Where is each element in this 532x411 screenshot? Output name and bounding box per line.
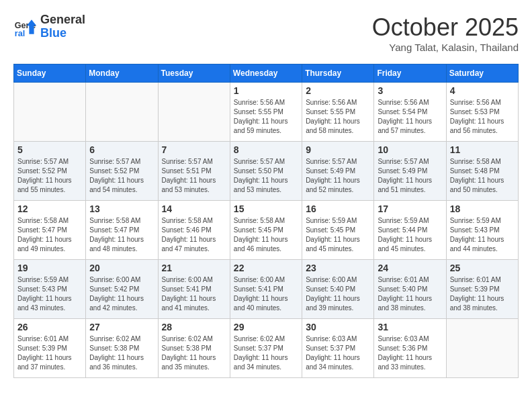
day-info: Sunrise: 6:00 AM Sunset: 5:40 PM Dayligh…	[306, 275, 370, 313]
calendar-day: 16Sunrise: 5:59 AM Sunset: 5:45 PM Dayli…	[302, 201, 374, 260]
day-info: Sunrise: 5:57 AM Sunset: 5:51 PM Dayligh…	[162, 157, 226, 195]
day-number: 18	[450, 203, 515, 214]
day-number: 9	[306, 144, 370, 155]
day-number: 6	[89, 144, 154, 155]
calendar-week-row: 1Sunrise: 5:56 AM Sunset: 5:55 PM Daylig…	[14, 83, 519, 142]
weekday-header: Saturday	[446, 64, 518, 83]
day-info: Sunrise: 5:58 AM Sunset: 5:48 PM Dayligh…	[450, 157, 515, 195]
day-number: 31	[378, 322, 442, 332]
weekday-header: Sunday	[14, 64, 86, 83]
day-info: Sunrise: 5:56 AM Sunset: 5:53 PM Dayligh…	[450, 98, 515, 136]
day-number: 2	[306, 85, 370, 96]
calendar-day: 5Sunrise: 5:57 AM Sunset: 5:52 PM Daylig…	[14, 142, 86, 201]
month-title: October 2025	[372, 13, 519, 42]
day-info: Sunrise: 5:57 AM Sunset: 5:49 PM Dayligh…	[378, 157, 442, 195]
calendar-day: 26Sunrise: 6:01 AM Sunset: 5:39 PM Dayli…	[14, 319, 86, 378]
day-info: Sunrise: 6:02 AM Sunset: 5:37 PM Dayligh…	[234, 334, 298, 372]
day-number: 23	[306, 263, 370, 273]
logo-line1: General	[40, 13, 85, 27]
svg-text:ral: ral	[15, 28, 25, 38]
day-info: Sunrise: 5:59 AM Sunset: 5:43 PM Dayligh…	[450, 216, 515, 254]
calendar-day: 29Sunrise: 6:02 AM Sunset: 5:37 PM Dayli…	[230, 319, 302, 378]
day-number: 11	[450, 144, 515, 155]
calendar-day: 6Sunrise: 5:57 AM Sunset: 5:52 PM Daylig…	[86, 142, 158, 201]
day-info: Sunrise: 5:57 AM Sunset: 5:49 PM Dayligh…	[306, 157, 370, 195]
calendar-day: 11Sunrise: 5:58 AM Sunset: 5:48 PM Dayli…	[446, 142, 518, 201]
day-number: 22	[234, 263, 298, 273]
day-info: Sunrise: 5:58 AM Sunset: 5:46 PM Dayligh…	[162, 216, 226, 254]
day-number: 8	[234, 144, 298, 155]
calendar-day: 18Sunrise: 5:59 AM Sunset: 5:43 PM Dayli…	[446, 201, 518, 260]
calendar-day: 20Sunrise: 6:00 AM Sunset: 5:42 PM Dayli…	[86, 260, 158, 319]
day-info: Sunrise: 5:57 AM Sunset: 5:50 PM Dayligh…	[234, 157, 298, 195]
title-area: October 2025 Yang Talat, Kalasin, Thaila…	[372, 13, 519, 53]
day-number: 29	[234, 322, 298, 332]
day-info: Sunrise: 6:01 AM Sunset: 5:39 PM Dayligh…	[450, 275, 515, 313]
calendar-day: 14Sunrise: 5:58 AM Sunset: 5:46 PM Dayli…	[158, 201, 230, 260]
day-info: Sunrise: 5:58 AM Sunset: 5:47 PM Dayligh…	[17, 216, 82, 254]
calendar-day: 7Sunrise: 5:57 AM Sunset: 5:51 PM Daylig…	[158, 142, 230, 201]
calendar-day: 13Sunrise: 5:58 AM Sunset: 5:47 PM Dayli…	[86, 201, 158, 260]
calendar-day: 31Sunrise: 6:03 AM Sunset: 5:36 PM Dayli…	[374, 319, 446, 378]
calendar-day: 24Sunrise: 6:01 AM Sunset: 5:40 PM Dayli…	[374, 260, 446, 319]
calendar-day	[158, 83, 230, 142]
calendar-day: 4Sunrise: 5:56 AM Sunset: 5:53 PM Daylig…	[446, 83, 518, 142]
calendar-day: 1Sunrise: 5:56 AM Sunset: 5:55 PM Daylig…	[230, 83, 302, 142]
weekday-header: Tuesday	[158, 64, 230, 83]
day-number: 16	[306, 203, 370, 214]
weekday-header: Wednesday	[230, 64, 302, 83]
calendar-week-row: 12Sunrise: 5:58 AM Sunset: 5:47 PM Dayli…	[14, 201, 519, 260]
day-info: Sunrise: 6:02 AM Sunset: 5:38 PM Dayligh…	[162, 334, 226, 372]
day-number: 5	[17, 144, 82, 155]
day-info: Sunrise: 6:02 AM Sunset: 5:38 PM Dayligh…	[89, 334, 154, 372]
calendar-day: 15Sunrise: 5:58 AM Sunset: 5:45 PM Dayli…	[230, 201, 302, 260]
day-info: Sunrise: 6:01 AM Sunset: 5:40 PM Dayligh…	[378, 275, 442, 313]
calendar-day	[86, 83, 158, 142]
logo: Gene ral General Blue	[13, 13, 85, 40]
day-info: Sunrise: 5:59 AM Sunset: 5:44 PM Dayligh…	[378, 216, 442, 254]
day-number: 14	[162, 203, 226, 214]
logo-line2: Blue	[40, 27, 85, 40]
calendar-day: 30Sunrise: 6:03 AM Sunset: 5:37 PM Dayli…	[302, 319, 374, 378]
day-info: Sunrise: 5:58 AM Sunset: 5:45 PM Dayligh…	[234, 216, 298, 254]
calendar-day: 8Sunrise: 5:57 AM Sunset: 5:50 PM Daylig…	[230, 142, 302, 201]
weekday-header: Friday	[374, 64, 446, 83]
day-info: Sunrise: 5:56 AM Sunset: 5:55 PM Dayligh…	[234, 98, 298, 136]
calendar-day	[446, 319, 518, 378]
day-number: 25	[450, 263, 515, 273]
day-info: Sunrise: 5:56 AM Sunset: 5:54 PM Dayligh…	[378, 98, 442, 136]
weekday-header: Thursday	[302, 64, 374, 83]
weekday-header: Monday	[86, 64, 158, 83]
day-number: 27	[89, 322, 154, 332]
day-info: Sunrise: 6:01 AM Sunset: 5:39 PM Dayligh…	[17, 334, 82, 372]
day-number: 19	[17, 263, 82, 273]
day-number: 4	[450, 85, 515, 96]
location: Yang Talat, Kalasin, Thailand	[372, 42, 519, 53]
calendar-day: 9Sunrise: 5:57 AM Sunset: 5:49 PM Daylig…	[302, 142, 374, 201]
day-number: 3	[378, 85, 442, 96]
day-number: 20	[89, 263, 154, 273]
day-info: Sunrise: 6:03 AM Sunset: 5:36 PM Dayligh…	[378, 334, 442, 372]
calendar-day: 3Sunrise: 5:56 AM Sunset: 5:54 PM Daylig…	[374, 83, 446, 142]
day-number: 26	[17, 322, 82, 332]
calendar-day: 21Sunrise: 6:00 AM Sunset: 5:41 PM Dayli…	[158, 260, 230, 319]
day-info: Sunrise: 5:59 AM Sunset: 5:43 PM Dayligh…	[17, 275, 82, 313]
day-number: 10	[378, 144, 442, 155]
day-number: 17	[378, 203, 442, 214]
calendar-day: 28Sunrise: 6:02 AM Sunset: 5:38 PM Dayli…	[158, 319, 230, 378]
calendar-day: 2Sunrise: 5:56 AM Sunset: 5:55 PM Daylig…	[302, 83, 374, 142]
day-number: 24	[378, 263, 442, 273]
calendar-header-row: SundayMondayTuesdayWednesdayThursdayFrid…	[14, 64, 519, 83]
day-number: 7	[162, 144, 226, 155]
day-number: 12	[17, 203, 82, 214]
calendar-day: 22Sunrise: 6:00 AM Sunset: 5:41 PM Dayli…	[230, 260, 302, 319]
day-info: Sunrise: 5:58 AM Sunset: 5:47 PM Dayligh…	[89, 216, 154, 254]
calendar-week-row: 19Sunrise: 5:59 AM Sunset: 5:43 PM Dayli…	[14, 260, 519, 319]
day-info: Sunrise: 5:57 AM Sunset: 5:52 PM Dayligh…	[17, 157, 82, 195]
day-info: Sunrise: 5:59 AM Sunset: 5:45 PM Dayligh…	[306, 216, 370, 254]
calendar-day: 27Sunrise: 6:02 AM Sunset: 5:38 PM Dayli…	[86, 319, 158, 378]
calendar-day: 25Sunrise: 6:01 AM Sunset: 5:39 PM Dayli…	[446, 260, 518, 319]
calendar-day: 23Sunrise: 6:00 AM Sunset: 5:40 PM Dayli…	[302, 260, 374, 319]
calendar-day: 10Sunrise: 5:57 AM Sunset: 5:49 PM Dayli…	[374, 142, 446, 201]
day-number: 15	[234, 203, 298, 214]
